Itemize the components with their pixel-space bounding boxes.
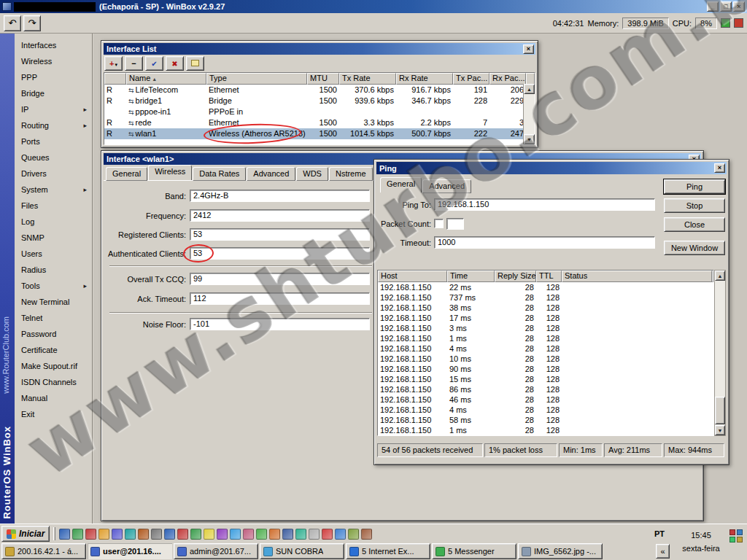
ping-to-input[interactable]: 192.168.1.150 [434,198,655,211]
tray-clock[interactable]: 15:45 sexta-feira [674,529,728,555]
remove-button[interactable]: − [125,56,143,71]
close-button[interactable]: Close [664,217,725,232]
ping-result-row[interactable]: 192.168.1.150737 ms28128 [378,292,713,303]
quicklaunch-icon[interactable] [164,529,175,540]
sidebar-item-make-supout-rif[interactable]: Make Supout.rif [15,358,92,374]
quicklaunch-icon[interactable] [322,529,333,540]
sidebar-item-tools[interactable]: Tools▸ [15,278,92,294]
column-header-mtu[interactable]: MTU [307,73,339,85]
tab-data-rates[interactable]: Data Rates [193,167,246,181]
scrollbar-thumb[interactable] [715,397,725,424]
sidebar-item-queues[interactable]: Queues [15,149,92,166]
tab-advanced[interactable]: Advanced [247,167,295,181]
tab-nstreme[interactable]: Nstreme [329,167,373,181]
interface-row[interactable]: R⇆redeEthernet15003.3 kbps2.2 kbps73 [104,117,535,128]
tray-icon[interactable] [737,529,743,535]
quicklaunch-icon[interactable] [217,529,228,540]
column-header-tx-pac[interactable]: Tx Pac... [453,73,489,85]
vertical-scrollbar[interactable]: ▲ ▼ [523,84,535,144]
column-header-flag[interactable] [104,73,126,85]
ping-column-header-status[interactable]: Status [562,271,712,282]
ping-result-row[interactable]: 192.168.1.1501 ms28128 [378,333,713,343]
taskbar-button[interactable]: 5 Internet Ex... [346,543,430,559]
ping-result-row[interactable]: 192.168.1.15017 ms28128 [378,313,713,323]
sidebar-item-isdn-channels[interactable]: ISDN Channels [15,374,92,390]
ping-tab-advanced[interactable]: Advanced [422,179,471,193]
quicklaunch-icon[interactable] [282,529,293,540]
sidebar-item-ports[interactable]: Ports [15,133,92,149]
toolbar-grip[interactable] [53,527,55,540]
quicklaunch-icon[interactable] [59,529,70,540]
ping-result-row[interactable]: 192.168.1.1501 ms28128 [378,425,713,435]
interface-list-titlebar[interactable]: Interface List × [104,43,535,55]
quicklaunch-icon[interactable] [138,529,149,540]
minimize-icon[interactable]: _ [707,1,719,12]
quicklaunch-icon[interactable] [256,529,267,540]
tray-icon[interactable] [729,529,735,535]
taskbar-button[interactable]: admin@201.67... [174,543,258,559]
quicklaunch-icon[interactable] [190,529,201,540]
field-input-ack-timeout[interactable]: 112 [190,292,370,305]
column-header-rx-rate[interactable]: Rx Rate [396,73,453,85]
sidebar-item-certificate[interactable]: Certificate [15,342,92,358]
cpu-value[interactable]: 8% [695,18,717,29]
ping-column-header-ttl[interactable]: TTL [536,271,562,282]
timeout-input[interactable]: 1000 [434,236,655,249]
enable-button[interactable]: ✔ [145,56,163,71]
vertical-scrollbar[interactable]: ▲ ▼ [714,270,726,436]
window-titlebar[interactable]: (Echaporã - SP) - WinBox v2.9.27 _ □ × [0,0,747,13]
sidebar-item-system[interactable]: System▸ [15,182,92,198]
field-input-overall-tx-ccq[interactable]: 99 [190,273,370,285]
field-input-frequency[interactable]: 2412 [190,209,370,222]
sidebar-item-new-terminal[interactable]: New Terminal [15,294,92,310]
quicklaunch-icon[interactable] [151,529,162,540]
column-header-rx-pac[interactable]: Rx Pac... [489,73,526,85]
ping-result-row[interactable]: 192.168.1.1503 ms28128 [378,323,713,333]
field-input-band[interactable]: 2.4GHz-B [190,190,370,202]
column-header-type[interactable]: Type [206,73,307,85]
sidebar-item-interfaces[interactable]: Interfaces [15,37,92,53]
ping-result-row[interactable]: 192.168.1.15058 ms28128 [378,415,713,425]
scroll-down-icon[interactable]: ▼ [524,134,535,144]
language-indicator[interactable]: PT [651,528,668,540]
quicklaunch-icon[interactable] [243,529,254,540]
quicklaunch-icon[interactable] [125,529,136,540]
quicklaunch-icon[interactable] [309,529,320,540]
ping-result-row[interactable]: 192.168.1.15022 ms28128 [378,282,713,292]
comment-button[interactable] [186,56,204,71]
quicklaunch-icon[interactable] [335,529,346,540]
ping-result-row[interactable]: 192.168.1.15015 ms28128 [378,374,713,384]
sidebar-item-snmp[interactable]: SNMP [15,230,92,246]
sidebar-item-routing[interactable]: Routing▸ [15,117,92,133]
undo-icon[interactable]: ↶ [4,15,21,31]
scroll-up-icon[interactable]: ▲ [715,271,725,281]
taskbar-button[interactable]: 200.16.42.1 - á... [1,543,86,559]
interface-row[interactable]: R⇆bridge1Bridge1500939.6 kbps346.7 kbps2… [104,96,535,106]
interface-row[interactable]: R⇆LifeTelecomEthernet1500370.6 kbps916.7… [104,85,535,96]
new-window-button[interactable]: New Window [664,241,725,255]
sidebar-item-wireless[interactable]: Wireless [15,53,92,69]
scroll-down-icon[interactable]: ▼ [715,425,725,435]
sidebar-item-ppp[interactable]: PPP [15,69,92,85]
stop-button[interactable]: Stop [664,198,725,213]
sidebar-item-exit[interactable]: Exit [15,406,92,422]
memory-value[interactable]: 398.9 MiB [622,18,669,29]
field-input-authenticated-clients[interactable]: 53 [190,247,370,260]
ping-column-header-reply-size[interactable]: Reply Size [495,271,536,282]
tray-icon[interactable] [737,537,743,542]
quicklaunch-icon[interactable] [361,529,372,540]
column-header-name[interactable]: Name▲ [126,73,206,85]
sidebar-item-users[interactable]: Users [15,246,92,262]
column-header-tx-rate[interactable]: Tx Rate [339,73,396,85]
ping-column-header-time[interactable]: Time [447,271,495,282]
quicklaunch-icon[interactable] [204,529,214,540]
scroll-up-icon[interactable]: ▲ [524,84,535,94]
sidebar-item-password[interactable]: Password [15,326,92,342]
sidebar-item-radius[interactable]: Radius [15,262,92,278]
quicklaunch-icon[interactable] [112,529,123,540]
ping-column-header-host[interactable]: Host [378,271,447,282]
quicklaunch-icon[interactable] [177,529,188,540]
packet-count-input[interactable] [446,218,464,230]
sidebar-item-telnet[interactable]: Telnet [15,310,92,326]
packet-count-checkbox[interactable] [434,219,444,228]
